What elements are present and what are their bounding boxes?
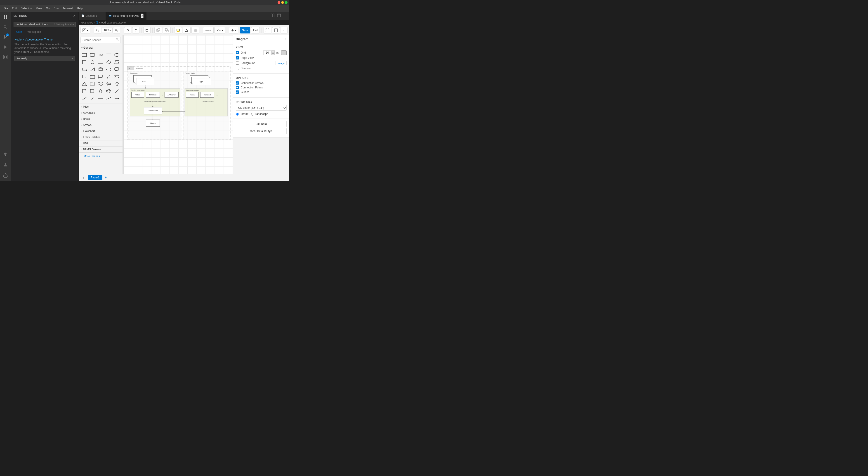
shadow-checkbox[interactable] — [236, 67, 239, 70]
landscape-radio[interactable] — [251, 113, 254, 116]
category-flowchart-header[interactable]: › Flowchart — [79, 128, 123, 134]
guides-checkbox[interactable] — [236, 90, 239, 94]
shape-lines[interactable] — [105, 52, 113, 58]
category-bpmn-header[interactable]: › BPMN General — [79, 147, 123, 152]
fullscreen-btn[interactable] — [264, 27, 271, 33]
shape-arrow-up[interactable] — [113, 81, 121, 87]
menu-file[interactable]: File — [2, 6, 10, 11]
grid-value-input[interactable]: 10 — [264, 51, 272, 55]
activity-extensions[interactable] — [1, 53, 10, 61]
grid-decrement-btn[interactable]: ▼ — [272, 53, 275, 55]
zoom-in-btn[interactable] — [113, 27, 120, 33]
shape-diamond[interactable] — [105, 59, 113, 66]
shape-cylinder[interactable] — [97, 66, 104, 73]
exit-btn[interactable]: Exit — [251, 27, 260, 33]
activity-source-control[interactable]: 2 — [1, 33, 10, 41]
to-front-btn[interactable] — [154, 27, 162, 33]
window-close-btn[interactable] — [278, 1, 280, 4]
tab-cloud-close[interactable]: × — [141, 13, 144, 18]
shape-line1[interactable] — [81, 95, 88, 102]
landscape-option[interactable]: Landscape — [251, 112, 268, 116]
settings-tab-user[interactable]: User — [13, 29, 25, 35]
more-btn[interactable]: ⋯ — [281, 27, 287, 33]
sidebar-close-btn[interactable]: × — [73, 13, 76, 19]
shape-rect2[interactable] — [89, 88, 96, 94]
shape-line5[interactable] — [113, 95, 121, 102]
category-er-header[interactable]: › Entity Relation — [79, 134, 123, 140]
menu-selection[interactable]: Selection — [19, 6, 34, 11]
shape-chevron[interactable] — [113, 73, 121, 80]
menu-run[interactable]: Run — [52, 6, 60, 11]
settings-item-theme[interactable]: Hediet › Vscode-drawio: Theme The theme … — [11, 35, 79, 64]
grid-increment-btn[interactable]: ▲ — [272, 51, 275, 53]
shape-ellipse[interactable] — [113, 52, 121, 58]
page-view-checkbox[interactable] — [236, 56, 239, 59]
category-advanced-header[interactable]: › Advanced — [79, 110, 123, 116]
portrait-option[interactable]: Portrait — [236, 112, 248, 116]
more-tabs-btn[interactable]: ⋯ — [283, 13, 287, 18]
activity-search[interactable] — [1, 23, 10, 32]
shape-callout[interactable] — [113, 66, 121, 73]
settings-filter-icon[interactable]: ≡ — [72, 23, 74, 26]
shape-tabbed[interactable] — [89, 73, 96, 80]
shape-doc[interactable] — [81, 73, 88, 80]
panel-layout-btn[interactable] — [272, 27, 280, 33]
window-minimize-btn[interactable] — [281, 1, 284, 4]
background-image-btn[interactable]: Image — [276, 61, 287, 65]
more-shapes-btn[interactable]: + More Shapes... — [79, 153, 123, 160]
grid-color-box[interactable] — [281, 51, 287, 55]
activity-run[interactable] — [1, 42, 10, 52]
sidebar-more-btn[interactable]: ⋯ — [67, 13, 72, 19]
activity-accounts[interactable] — [1, 160, 10, 169]
breadcrumb-examples[interactable]: examples — [81, 21, 93, 24]
portrait-radio[interactable] — [236, 113, 239, 116]
shadow-btn[interactable] — [191, 27, 199, 33]
save-btn[interactable]: Save — [240, 27, 250, 33]
insert-btn[interactable]: ▾ — [229, 27, 238, 33]
shape-rounded-rect[interactable] — [89, 52, 96, 58]
category-misc-header[interactable]: › Misc — [79, 104, 123, 110]
category-basic-header[interactable]: › Basic — [79, 116, 123, 122]
tab-cloud-example[interactable]: cloud-example.drawio × — [106, 12, 147, 20]
to-back-btn[interactable] — [163, 27, 170, 33]
menu-edit[interactable]: Edit — [10, 6, 19, 11]
edit-data-btn[interactable]: Edit Data — [236, 121, 287, 127]
shape-circle[interactable] — [89, 59, 96, 66]
connection-type-btn[interactable]: ▾ — [203, 27, 214, 33]
category-general-header[interactable]: ▾ General — [79, 45, 123, 51]
split-editor-btn[interactable] — [270, 13, 275, 18]
fill-color-btn[interactable] — [174, 27, 182, 33]
menu-go[interactable]: Go — [44, 6, 51, 11]
shape-process[interactable] — [105, 66, 113, 73]
format-btn[interactable]: ▾ — [81, 27, 90, 33]
shape-chat[interactable] — [97, 73, 104, 80]
datacenter-group[interactable]: ⊞ Data center Dev cluster Prod/etc clust… — [127, 66, 230, 140]
shape-resize-arrow[interactable] — [113, 88, 121, 94]
connection-arrows-checkbox[interactable] — [236, 81, 239, 85]
activity-explorer[interactable] — [1, 13, 10, 22]
page-tab-add-btn[interactable]: + — [103, 175, 108, 180]
zoom-out-btn[interactable] — [94, 27, 101, 33]
menu-help[interactable]: Help — [75, 6, 85, 11]
shape-wave[interactable] — [97, 81, 104, 87]
shape-search-input[interactable] — [81, 37, 121, 43]
shape-note[interactable] — [81, 88, 88, 94]
grid-checkbox[interactable] — [236, 51, 239, 54]
undo-btn[interactable] — [124, 27, 131, 33]
activity-remote[interactable] — [1, 149, 10, 158]
connection-points-checkbox[interactable] — [236, 86, 239, 89]
line-color-btn[interactable] — [183, 27, 191, 33]
category-uml-header[interactable]: › UML — [79, 141, 123, 146]
tab-untitled[interactable]: 📄 Untitled-1 — [79, 12, 106, 20]
shape-text[interactable]: Text — [97, 52, 104, 58]
shape-folder[interactable] — [89, 81, 96, 87]
settings-tab-workspace[interactable]: Workspace — [25, 29, 43, 35]
shape-square[interactable] — [81, 59, 88, 66]
category-arrows-header[interactable]: › Arrows — [79, 122, 123, 128]
settings-theme-select[interactable]: Kennedy — [14, 56, 75, 61]
diagram-svg[interactable]: ⊞ Data center Dev cluster Prod/etc clust… — [126, 37, 231, 172]
shape-double-arrow[interactable] — [105, 81, 113, 87]
clear-default-style-btn[interactable]: Clear Default Style — [236, 128, 287, 134]
shape-triangle[interactable] — [81, 81, 88, 87]
shape-line2[interactable] — [89, 95, 96, 102]
